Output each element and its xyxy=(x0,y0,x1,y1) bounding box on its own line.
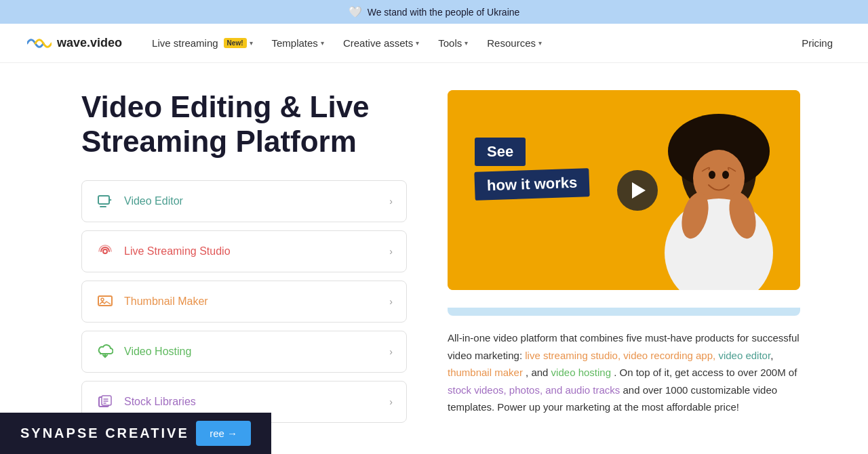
ukraine-banner: 🤍 We stand with the people of Ukraine xyxy=(0,0,868,24)
feature-card-thumbnail-maker[interactable]: Thumbnail Maker › xyxy=(81,281,407,323)
chevron-right-icon: › xyxy=(389,346,393,357)
link-live-streaming[interactable]: live streaming studio, video recording a… xyxy=(525,350,715,361)
link-video-hosting[interactable]: video hosting xyxy=(551,367,611,378)
chevron-right-icon: › xyxy=(389,196,393,207)
nav-item-live-streaming[interactable]: Live streaming New! ▾ xyxy=(144,33,260,53)
logo-icon xyxy=(27,36,52,51)
bottom-brand-label: Synapse Creative xyxy=(20,426,189,441)
chevron-down-icon: ▾ xyxy=(465,39,468,47)
see-text: See xyxy=(475,138,526,166)
main-nav: wave.video Live streaming New! ▾ Templat… xyxy=(0,24,868,63)
chevron-down-icon: ▾ xyxy=(416,39,419,47)
hero-video-thumbnail[interactable]: See how it works xyxy=(448,90,800,290)
thumbnail-maker-icon xyxy=(96,292,115,311)
chevron-down-icon: ▾ xyxy=(538,39,542,47)
nav-item-pricing[interactable]: Pricing xyxy=(793,33,841,53)
nav-item-resources[interactable]: Resources ▾ xyxy=(479,33,550,53)
svg-point-15 xyxy=(709,171,715,179)
feature-card-video-hosting[interactable]: Video Hosting › xyxy=(81,331,407,373)
stock-libraries-label: Stock Libraries xyxy=(124,396,196,408)
play-button[interactable] xyxy=(617,170,658,211)
thumbnail-maker-label: Thumbnail Maker xyxy=(124,295,208,308)
video-editor-label: Video Editor xyxy=(124,195,183,207)
left-column: Video Editing & Live Streaming Platform … xyxy=(81,90,407,431)
bottom-bar: Synapse Creative ree → xyxy=(0,413,271,454)
logo[interactable]: wave.video xyxy=(27,36,122,51)
svg-rect-0 xyxy=(98,196,109,204)
description-text: All-in-one video platform that combines … xyxy=(448,329,800,416)
link-thumbnail-maker[interactable]: thumbnail maker xyxy=(448,367,523,378)
video-overlay-text: See how it works xyxy=(475,138,589,199)
link-stock[interactable]: stock videos, photos, and audio tracks xyxy=(448,384,620,396)
svg-point-2 xyxy=(103,249,107,253)
video-hosting-label: Video Hosting xyxy=(124,346,191,358)
chevron-down-icon: ▾ xyxy=(250,39,253,47)
hero-title: Video Editing & Live Streaming Platform xyxy=(81,90,407,159)
svg-rect-7 xyxy=(102,396,111,405)
nav-item-templates[interactable]: Templates ▾ xyxy=(264,33,332,53)
feature-card-live-streaming[interactable]: Live Streaming Studio › xyxy=(81,230,407,272)
nav-item-tools[interactable]: Tools ▾ xyxy=(430,33,476,53)
video-editor-icon xyxy=(96,192,115,211)
main-content: Video Editing & Live Streaming Platform … xyxy=(0,63,868,454)
link-video-editor[interactable]: video editor xyxy=(718,350,770,361)
video-strip xyxy=(448,308,800,316)
nav-item-creative-assets[interactable]: Creative assets ▾ xyxy=(335,33,427,53)
chevron-right-icon: › xyxy=(389,246,393,257)
svg-point-16 xyxy=(722,171,729,179)
chevron-right-icon: › xyxy=(389,296,393,307)
cta-button[interactable]: ree → xyxy=(196,421,251,446)
play-icon xyxy=(632,182,646,199)
chevron-down-icon: ▾ xyxy=(321,39,324,47)
heart-icon: 🤍 xyxy=(349,5,362,18)
stock-libraries-icon xyxy=(96,392,115,411)
how-text: how it works xyxy=(474,168,590,201)
right-column: See how it works All-in-one video platfo… xyxy=(448,90,841,416)
live-streaming-icon xyxy=(96,242,115,261)
new-badge: New! xyxy=(224,38,247,48)
chevron-right-icon: › xyxy=(389,396,393,407)
svg-point-4 xyxy=(101,298,104,301)
banner-text: We stand with the people of Ukraine xyxy=(368,7,520,18)
logo-text: wave.video xyxy=(57,36,122,50)
nav-menu: Live streaming New! ▾ Templates ▾ Creati… xyxy=(144,33,772,53)
feature-card-video-editor[interactable]: Video Editor › xyxy=(81,180,407,222)
video-hosting-icon xyxy=(96,342,115,361)
live-streaming-label: Live Streaming Studio xyxy=(124,245,231,257)
